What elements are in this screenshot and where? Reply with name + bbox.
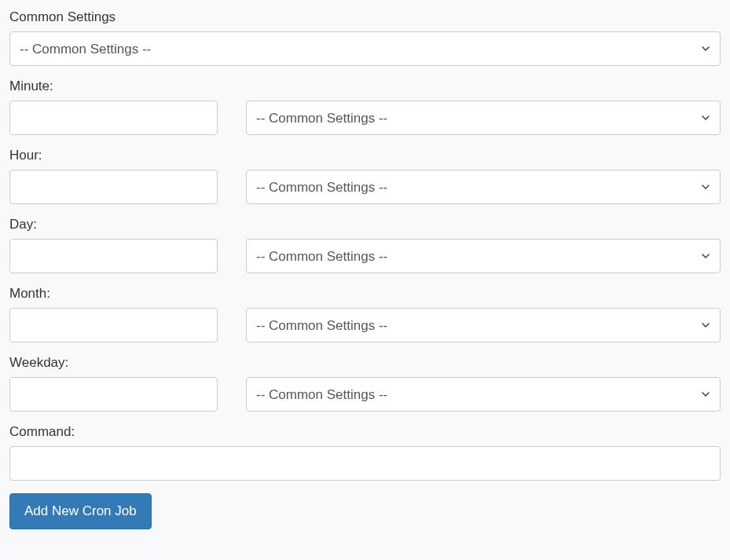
minute-select[interactable]: -- Common Settings --: [246, 101, 721, 135]
month-input[interactable]: [9, 308, 218, 342]
command-label: Command:: [9, 424, 721, 440]
hour-input[interactable]: [9, 170, 218, 204]
day-select[interactable]: -- Common Settings --: [246, 239, 721, 273]
month-label: Month:: [9, 286, 721, 302]
minute-label: Minute:: [9, 79, 721, 94]
common-settings-label: Common Settings: [9, 9, 721, 25]
command-input[interactable]: [9, 446, 721, 481]
weekday-select[interactable]: -- Common Settings --: [246, 377, 721, 412]
day-label: Day:: [9, 217, 721, 232]
month-select[interactable]: -- Common Settings --: [246, 308, 721, 342]
hour-select[interactable]: -- Common Settings --: [246, 170, 721, 204]
add-cron-job-button[interactable]: Add New Cron Job: [9, 493, 152, 529]
minute-input[interactable]: [9, 101, 218, 135]
weekday-input[interactable]: [9, 377, 218, 412]
weekday-label: Weekday:: [9, 355, 721, 371]
day-input[interactable]: [9, 239, 218, 273]
hour-label: Hour:: [9, 148, 721, 163]
common-settings-select[interactable]: -- Common Settings --: [9, 31, 721, 66]
